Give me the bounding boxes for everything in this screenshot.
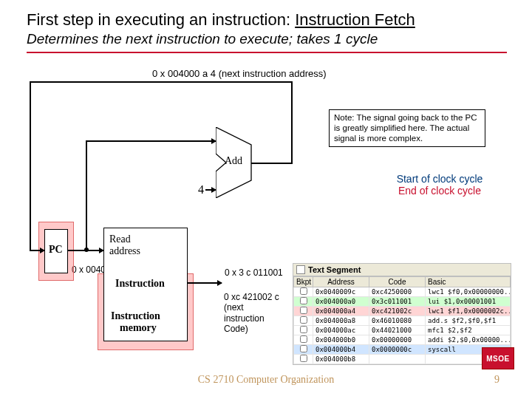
breakpoint-checkbox[interactable] [300, 307, 307, 314]
table-row: 0x004000b40x0000000csyscall [294, 345, 511, 355]
cell-address: 0x004000a8 [313, 316, 369, 326]
cell-address: 0x0040009c [313, 287, 369, 297]
breakpoint-checkbox[interactable] [300, 345, 307, 352]
clock-cycle-labels: Start of clock cycle End of clock cycle [366, 173, 514, 197]
col-address: Address [313, 277, 369, 287]
table-row: 0x004000a00x3c011001lui $1,0x00001001 [294, 297, 511, 307]
msoe-logo: MSOE [482, 347, 514, 369]
breakpoint-checkbox[interactable] [300, 326, 307, 333]
text-segment-header: Text Segment [293, 264, 511, 276]
cell-code: 0x3c011001 [369, 297, 426, 307]
start-cycle-label: Start of clock cycle [366, 173, 514, 185]
cell-address: 0x004000b0 [313, 335, 369, 345]
table-row: 0x0040009c0xc4250000lwc1 $f0,0x00000000.… [294, 287, 511, 297]
page-number: 9 [494, 374, 499, 386]
cell-code: 0x44021000 [369, 326, 426, 335]
cell-code: 0xc4250000 [369, 287, 426, 297]
arrow-icon [99, 248, 104, 253]
cell-address: 0x004000ac [313, 326, 369, 335]
cell-address: 0x004000a0 [313, 297, 369, 307]
title-emphasis: Instruction Fetch [295, 10, 415, 29]
col-basic: Basic [426, 277, 511, 287]
text-segment-table: Bkpt Address Code Basic 0x0040009c0xc425… [293, 276, 511, 364]
cell-basic: mfc1 $2,$f2 [426, 326, 511, 335]
footer-course: CS 2710 Computer Organization [0, 374, 532, 386]
table-header-row: Bkpt Address Code Basic [294, 277, 511, 287]
datapath-diagram: PC Read address Instruction Instruction … [41, 81, 307, 355]
next-address-label: 0 x 004000 a 4 (next instruction address… [152, 68, 327, 79]
cell-basic: lwc1 $f1,0x0000002c... [426, 307, 511, 316]
instruction-label: Instruction [115, 278, 165, 290]
slide-title: First step in executing an instruction: … [27, 10, 415, 30]
arrow-icon [40, 248, 45, 253]
arrow-icon [211, 187, 216, 193]
breakpoint-checkbox[interactable] [300, 316, 307, 324]
cell-code: 0x46010080 [369, 316, 426, 326]
title-prefix: First step in executing an instruction: [27, 10, 295, 29]
arrow-icon [211, 138, 216, 144]
imem-label-l2: memory [120, 322, 157, 334]
cell-code [369, 355, 426, 364]
four-label: 4 [198, 183, 204, 197]
col-bkpt: Bkpt [294, 277, 313, 287]
cell-basic: addi $2,$0,0x00000... [426, 335, 511, 345]
cell-code: 0x00000000 [369, 335, 426, 345]
read-label: Read [109, 233, 131, 245]
pc-label: PC [49, 244, 63, 256]
cell-basic: lui $1,0x00001001 [426, 297, 511, 307]
slide-subtitle: Determines the next instruction to execu… [27, 31, 507, 53]
cell-code: 0xc421002c [369, 307, 426, 316]
cell-code: 0x0000000c [369, 345, 426, 355]
add-label: Add [225, 155, 242, 167]
note-box: Note: The signal going back to the PC is… [329, 109, 485, 147]
file-icon [296, 265, 305, 274]
cell-address: 0x004000b8 [313, 355, 369, 364]
cell-basic: lwc1 $f0,0x00000000... [426, 287, 511, 297]
cell-address: 0x004000a4 [313, 307, 369, 316]
table-row: 0x004000a80x46010080add.s $f2,$f0,$f1 [294, 316, 511, 326]
table-row: 0x004000a40xc421002clwc1 $f1,0x0000002c.… [294, 307, 511, 316]
table-row: 0x004000ac0x44021000mfc1 $2,$f2 [294, 326, 511, 335]
arrow-icon [217, 280, 222, 286]
text-segment-panel: Text Segment Bkpt Address Code Basic 0x0… [293, 263, 511, 365]
cell-basic: add.s $f2,$f0,$f1 [426, 316, 511, 326]
breakpoint-checkbox[interactable] [300, 287, 307, 295]
text-segment-title: Text Segment [308, 265, 361, 274]
table-row: 0x004000b8 [294, 355, 511, 364]
imem-label-l1: Instruction [111, 310, 160, 322]
end-cycle-label: End of clock cycle [366, 185, 514, 197]
col-code: Code [369, 277, 426, 287]
table-row: 0x004000b00x00000000addi $2,$0,0x00000..… [294, 335, 511, 345]
breakpoint-checkbox[interactable] [300, 335, 307, 343]
cell-address: 0x004000b4 [313, 345, 369, 355]
address-label: address [109, 245, 140, 257]
breakpoint-checkbox[interactable] [300, 297, 307, 304]
breakpoint-checkbox[interactable] [300, 355, 307, 362]
